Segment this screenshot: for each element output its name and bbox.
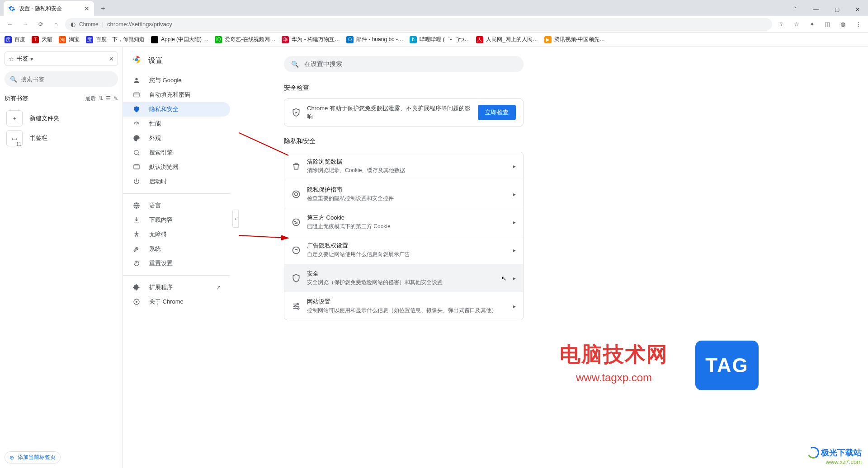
cursor-icon: ↖ [501, 275, 507, 282]
view-list-icon[interactable]: ☰ [106, 95, 111, 102]
nav-item-person[interactable]: 您与 Google [123, 73, 230, 88]
bookmark-item[interactable]: 度百度一下，你就知道 [86, 36, 145, 43]
forward-button[interactable]: → [19, 18, 32, 31]
bookmarks-search[interactable]: 🔍 [5, 71, 118, 87]
nav-item-power[interactable]: 启动时 [123, 174, 230, 189]
star-icon: ☆ [9, 56, 14, 62]
all-bookmarks-label[interactable]: 所有书签 [5, 94, 28, 103]
add-current-tab-button[interactable]: ⊕ 添加当前标签页 [5, 451, 61, 463]
chevron-right-icon: ▸ [513, 275, 516, 281]
bookmarks-search-input[interactable] [21, 76, 113, 83]
bookmark-item[interactable]: Apple (中国大陆) … [151, 36, 208, 43]
bookmark-item[interactable]: 人人民网_网上的人民… [476, 36, 538, 43]
privacy-row-ads[interactable]: 广告隐私权设置自定义要让网站使用什么信息向您展示广告 ▸ [284, 236, 523, 264]
menu-icon[interactable]: ⋮ [852, 18, 864, 31]
address-bar[interactable]: ◐ Chrome | chrome://settings/privacy [65, 18, 772, 31]
side-panel-selector[interactable]: ☆ 书签 ▾ ✕ [5, 51, 118, 66]
extensions-icon[interactable]: ✦ [806, 18, 818, 31]
site-info-icon[interactable]: ◐ [71, 21, 75, 28]
svg-point-17 [297, 303, 298, 304]
svg-point-13 [295, 221, 296, 222]
chevron-right-icon: ▸ [513, 247, 516, 253]
close-tab-icon[interactable]: ✕ [84, 5, 90, 12]
plus-icon: ＋ [6, 110, 23, 126]
new-tab-button[interactable]: + [97, 2, 109, 15]
palette-icon [132, 135, 141, 142]
close-window-button[interactable]: ✕ [847, 3, 868, 16]
settings-search[interactable]: 🔍 在设置中搜索 [284, 56, 524, 72]
privacy-row-tune[interactable]: 网站设置控制网站可以使用和显示什么信息（如位置信息、摄像头、弹出式窗口及其他） … [284, 292, 523, 320]
nav-item-download[interactable]: 下载内容 [123, 213, 230, 227]
privacy-row-security[interactable]: 安全安全浏览（保护您免受危险网站的侵害）和其他安全设置 ↖ ▸ [284, 264, 523, 292]
svg-point-12 [293, 219, 300, 225]
edit-icon[interactable]: ✎ [113, 95, 118, 102]
sort-label[interactable]: 最后 [85, 95, 96, 103]
svg-point-15 [295, 223, 296, 224]
nav-item-search[interactable]: 搜索引擎 [123, 145, 230, 160]
profile-icon[interactable]: ◍ [836, 18, 849, 31]
bookmark-item[interactable]: b哔哩哔哩 (゜-゜)つ… [410, 36, 470, 43]
favicon-icon: b [410, 36, 417, 43]
bookmark-item[interactable]: 度百度 [5, 36, 25, 43]
bookmark-item[interactable]: 华华为 - 构建万物互… [282, 36, 340, 43]
nav-item-shield[interactable]: 隐私和安全 [123, 102, 230, 117]
nav-item-accessibility[interactable]: 无障碍 [123, 227, 230, 242]
svg-point-7 [136, 231, 137, 233]
nav-item-browser[interactable]: 默认浏览器 [123, 160, 230, 174]
favicon-icon: O [346, 36, 354, 43]
nav-item-reset[interactable]: 重置设置 [123, 256, 230, 271]
svg-point-18 [295, 305, 296, 307]
bookmark-bar-folder[interactable]: ▭11 书签栏 [5, 128, 118, 148]
speed-icon [132, 120, 141, 127]
bookmark-item[interactable]: 淘淘宝 [59, 36, 80, 43]
search-icon [132, 149, 141, 156]
bookmark-item[interactable]: iQ爱奇艺-在线视频网… [215, 36, 275, 43]
nav-separator [123, 193, 230, 194]
watermark-tagxp: 电脑技术网 www.tagxp.com [560, 341, 668, 384]
bookmark-star-icon[interactable]: ☆ [790, 18, 803, 31]
nav-item-globe[interactable]: 语言 [123, 198, 230, 213]
minimize-button[interactable]: — [806, 3, 826, 16]
nav-item-wrench[interactable]: 系统 [123, 242, 230, 256]
browser-icon [132, 164, 141, 171]
collapse-nav-button[interactable]: ‹ [232, 210, 239, 228]
home-button[interactable]: ⌂ [50, 18, 62, 31]
close-panel-icon[interactable]: ✕ [109, 56, 114, 62]
settings-content: 🔍 在设置中搜索 安全检查 Chrome 有助于保护您免受数据泄露、不良扩展程序… [239, 47, 868, 468]
privacy-heading: 隐私和安全 [284, 137, 868, 145]
nav-item-chrome[interactable]: 关于 Chrome [123, 295, 230, 309]
cookie-icon [292, 218, 301, 227]
favicon-icon: 度 [86, 36, 93, 43]
new-folder-button[interactable]: ＋ 新建文件夹 [5, 108, 118, 128]
privacy-row-cookie[interactable]: 第三方 Cookie已阻止无痕模式下的第三方 Cookie ▸ [284, 208, 523, 236]
bookmark-item[interactable]: T天猫 [32, 36, 52, 43]
privacy-row-guide[interactable]: 隐私保护指南检查重要的隐私控制设置和安全控件 ▸ [284, 180, 523, 208]
nav-item-palette[interactable]: 外观 [123, 131, 230, 145]
nav-item-speed[interactable]: 性能 [123, 117, 230, 131]
favicon-icon: 淘 [59, 36, 66, 43]
browser-tab[interactable]: 设置 - 隐私和安全 ✕ [4, 1, 94, 16]
svg-line-20 [239, 106, 288, 155]
tab-title: 设置 - 隐私和安全 [19, 5, 80, 13]
bookmark-item[interactable]: O邮件 - huang bo -… [346, 36, 403, 43]
back-button[interactable]: ← [4, 18, 16, 31]
watermark-tag-badge: TAG [695, 341, 759, 390]
reload-button[interactable]: ⟳ [34, 18, 47, 31]
favicon-icon: 人 [476, 36, 483, 43]
share-icon[interactable]: ⇪ [775, 18, 788, 31]
bookmarks-bar: 度百度T天猫淘淘宝度百度一下，你就知道Apple (中国大陆) …iQ爱奇艺-在… [0, 33, 868, 47]
chevron-right-icon: ▸ [513, 303, 516, 309]
maximize-button[interactable]: ▢ [826, 3, 847, 16]
bookmark-item[interactable]: ▶腾讯视频-中国领先… [544, 36, 605, 43]
ads-icon [292, 246, 301, 255]
filter-icon[interactable]: ⇅ [99, 95, 103, 102]
privacy-row-trash[interactable]: 清除浏览数据清除浏览记录、Cookie、缓存及其他数据 ▸ [284, 152, 523, 180]
side-panel-icon[interactable]: ◫ [821, 18, 834, 31]
favicon-icon: iQ [215, 36, 222, 43]
expand-down-icon[interactable]: ˅ [785, 3, 806, 16]
check-now-button[interactable]: 立即检查 [478, 105, 516, 120]
nav-item-autofill[interactable]: 自动填充和密码 [123, 88, 230, 102]
power-icon [132, 178, 141, 185]
nav-item-extension[interactable]: 扩展程序↗ [123, 280, 230, 295]
chrome-logo-icon [132, 55, 143, 66]
